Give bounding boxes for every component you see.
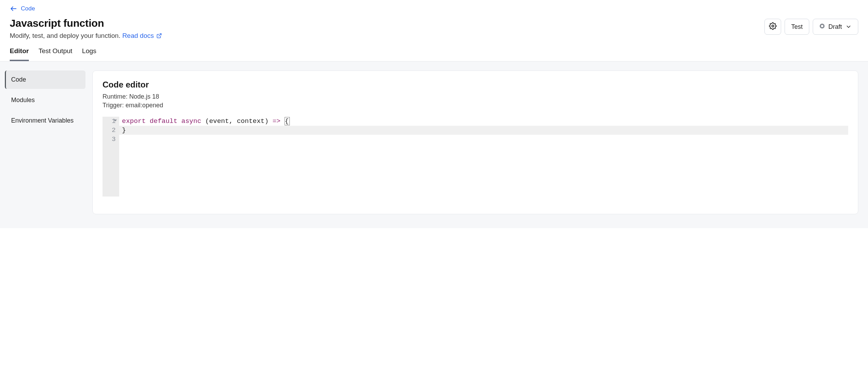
status-dot-icon [819,23,825,31]
test-button[interactable]: Test [785,19,809,35]
read-docs-link[interactable]: Read docs [122,32,162,39]
gutter-line-2: 2 [103,126,116,135]
gear-icon [769,22,777,32]
code-gutter: 1 2 3 [103,117,119,197]
tok: } [122,126,126,134]
gutter-line-3: 3 [103,135,116,144]
sidenav-item-modules[interactable]: Modules [5,91,85,109]
trigger-prefix: Trigger: [103,102,125,109]
gutter-line-1: 1 [103,117,116,126]
body-area: Code Modules Environment Variables Code … [0,61,868,228]
trigger-value: email:opened [125,102,163,109]
tab-logs[interactable]: Logs [82,47,96,61]
tab-test-output[interactable]: Test Output [39,47,72,61]
tok: { [285,117,289,125]
breadcrumb-back-link[interactable]: Code [10,5,35,13]
page-subtitle: Modify, test, and deploy your function. … [10,32,162,40]
arrow-left-icon [10,5,17,13]
page-title: Javascript function [10,17,162,29]
code-line-3[interactable]: } [119,126,848,135]
runtime-line: Runtime: Node.js 18 [103,93,848,100]
external-link-icon [156,33,162,39]
page-header: Javascript function Modify, test, and de… [0,13,868,40]
header-actions: Test Draft [764,17,858,35]
tok: default [150,117,178,125]
tok: (event, context) [201,117,272,125]
status-dropdown[interactable]: Draft [813,19,858,35]
subtitle-text: Modify, test, and deploy your function. [10,32,122,39]
code-line-1[interactable]: export default async (event, context) =>… [119,117,848,126]
trigger-line: Trigger: email:opened [103,102,848,109]
svg-point-2 [772,25,774,27]
runtime-prefix: Runtime: [103,93,129,100]
title-block: Javascript function Modify, test, and de… [10,17,162,40]
breadcrumb: Code [0,0,868,13]
cursor: { [285,117,290,125]
fold-marker-icon[interactable] [114,119,117,121]
svg-line-1 [159,34,161,36]
panel-title: Code editor [103,80,848,90]
code-editor-panel: Code editor Runtime: Node.js 18 Trigger:… [92,70,858,214]
runtime-value: Node.js 18 [129,93,159,100]
tok: async [181,117,201,125]
read-docs-label: Read docs [122,32,154,39]
sidenav-item-env-vars[interactable]: Environment Variables [5,111,85,130]
tab-editor[interactable]: Editor [10,47,29,61]
sidenav: Code Modules Environment Variables [5,70,85,214]
settings-button[interactable] [764,19,781,35]
code-editor[interactable]: 1 2 3 export default async (event, conte… [103,117,848,197]
test-button-label: Test [791,23,803,31]
tok: export [122,117,146,125]
tok: => [272,117,280,125]
code-content[interactable]: export default async (event, context) =>… [119,117,848,197]
status-label: Draft [828,23,842,31]
chevron-down-icon [845,24,852,30]
sidenav-item-code[interactable]: Code [5,70,85,89]
svg-point-4 [821,25,823,27]
breadcrumb-back-label: Code [21,5,35,12]
tabs: Editor Test Output Logs [0,40,868,61]
